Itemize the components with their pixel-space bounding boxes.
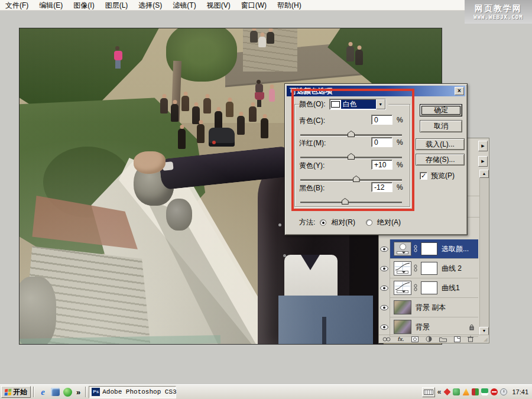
quick-launch-icon[interactable] [50, 387, 60, 397]
preview-row: ✓ 预览(P) [420, 171, 455, 181]
system-tray: « 17:41 [422, 387, 532, 397]
menu-help[interactable]: 帮助(H) [272, 0, 307, 11]
cancel-button[interactable]: 取消 [420, 120, 462, 132]
taskbar-separator [33, 387, 34, 397]
photoshop-task-button[interactable]: Ps Adobe Photoshop CS3 [89, 386, 176, 398]
layer-row-selective-color[interactable]: 选取颜... [379, 239, 478, 259]
curves-thumbnail-icon[interactable] [394, 261, 411, 275]
link-icon [413, 264, 418, 273]
tray-green-icon[interactable] [453, 388, 460, 395]
start-button[interactable]: 开始 [1, 386, 31, 398]
quick-launch-overflow-chevron[interactable]: » [76, 388, 80, 397]
menu-window[interactable]: 窗口(W) [236, 0, 272, 11]
layer-mask-thumbnail[interactable] [421, 242, 437, 255]
visibility-eye-icon[interactable] [379, 298, 390, 317]
layer-mask-thumbnail[interactable] [421, 281, 437, 294]
layer-row-background-copy[interactable]: 背景 副本 [379, 298, 478, 317]
start-label: 开始 [13, 387, 27, 397]
webjx-watermark: 网页教学网 www.webjx.com [465, 0, 532, 24]
menu-view[interactable]: 视图(V) [202, 0, 236, 11]
method-absolute-label: 绝对(A) [377, 218, 401, 228]
layer-style-fx-icon[interactable]: fx. [398, 336, 404, 342]
visibility-eye-icon[interactable] [379, 239, 390, 259]
layer-photo-thumbnail[interactable] [394, 300, 411, 314]
link-icon [413, 284, 418, 292]
taskbar: 开始 e » Ps Adobe Photoshop CS3 « 17:41 [0, 384, 532, 399]
panel-resize-grip[interactable]: ◢ [484, 336, 488, 342]
layer-row-curves-2[interactable]: 曲线 2 [379, 259, 478, 278]
menu-edit[interactable]: 编辑(E) [34, 0, 68, 11]
delete-layer-trash-icon[interactable] [468, 336, 473, 342]
method-row: 方法: 相对(R) 绝对(A) [299, 218, 401, 228]
selective-color-thumbnail-icon[interactable] [394, 242, 411, 256]
quick-launch-green-icon[interactable] [63, 387, 73, 397]
tray-red-green-icon[interactable] [472, 388, 479, 395]
menu-bar: 文件(F) 编辑(E) 图像(I) 图层(L) 选择(S) 滤镜(T) 视图(V… [0, 0, 532, 11]
layer-name: 曲线1 [442, 283, 460, 293]
layer-name: 背景 副本 [416, 303, 446, 313]
method-absolute-radio[interactable] [366, 219, 372, 226]
save-button[interactable]: 存储(S)... [416, 154, 465, 166]
annotation-red-rectangle [291, 89, 414, 211]
close-icon[interactable]: × [455, 87, 464, 95]
layer-photo-thumbnail[interactable] [394, 320, 411, 334]
photoshop-ps-icon: Ps [92, 388, 100, 396]
layer-row-curves-1[interactable]: 曲线1 [379, 278, 478, 298]
layer-name: 背景 [416, 322, 430, 332]
new-adjustment-icon[interactable] [426, 336, 432, 342]
menu-image[interactable]: 图像(I) [68, 0, 99, 11]
method-label: 方法: [299, 218, 315, 228]
ok-button[interactable]: 确定 [420, 104, 462, 116]
menu-select[interactable]: 选择(S) [133, 0, 167, 11]
tray-orange-flame-icon[interactable] [462, 388, 469, 395]
windows-logo-icon [5, 388, 12, 395]
task-label: Adobe Photoshop CS3 [102, 388, 176, 395]
tray-red-icon[interactable] [443, 388, 450, 395]
internet-explorer-icon[interactable]: e [38, 387, 48, 397]
visibility-eye-icon[interactable] [379, 278, 390, 298]
menu-file[interactable]: 文件(F) [0, 0, 34, 11]
scroll-down-icon[interactable]: ▼ [479, 327, 489, 335]
layers-panel-bottom-bar: fx. ◢ [379, 335, 489, 343]
lock-icon [469, 324, 475, 330]
menu-filter[interactable]: 滤镜(T) [167, 0, 201, 11]
tray-green-white-icon[interactable] [481, 388, 488, 395]
taskbar-separator [85, 387, 86, 397]
watermark-title: 网页教学网 [465, 4, 532, 14]
opacity-spinner-icon[interactable]: ▶ [478, 141, 488, 151]
watermark-url: www.webjx.com [465, 14, 532, 20]
layer-name: 选取颜... [442, 244, 469, 254]
menu-layer[interactable]: 图层(L) [100, 0, 134, 11]
visibility-eye-icon[interactable] [379, 317, 390, 337]
load-button[interactable]: 载入(L)... [416, 138, 465, 150]
tray-no-entry-icon[interactable] [491, 388, 498, 395]
curves-thumbnail-icon[interactable] [394, 281, 411, 295]
layers-scrollbar[interactable]: ▲ ▼ [479, 170, 489, 335]
fill-spinner-icon[interactable]: ▶ [478, 156, 488, 167]
method-relative-label: 相对(R) [331, 218, 355, 228]
preview-checkbox[interactable]: ✓ [420, 172, 427, 180]
taskbar-clock[interactable]: 17:41 [512, 388, 528, 395]
new-group-folder-icon[interactable] [439, 336, 447, 342]
link-icon [413, 245, 418, 253]
scroll-up-icon[interactable]: ▲ [479, 170, 489, 178]
tray-clock-icon[interactable] [500, 388, 507, 395]
new-layer-icon[interactable] [454, 336, 460, 342]
keyboard-layout-icon[interactable] [422, 387, 435, 397]
layer-name: 曲线 2 [442, 264, 462, 274]
layer-mask-thumbnail[interactable] [421, 262, 437, 275]
add-mask-icon[interactable] [411, 336, 419, 342]
visibility-eye-icon[interactable] [379, 259, 390, 278]
method-relative-radio[interactable] [320, 219, 326, 226]
tray-collapse-chevron[interactable]: « [437, 388, 442, 396]
preview-label: 预览(P) [431, 171, 455, 181]
link-layers-icon[interactable] [382, 336, 391, 342]
